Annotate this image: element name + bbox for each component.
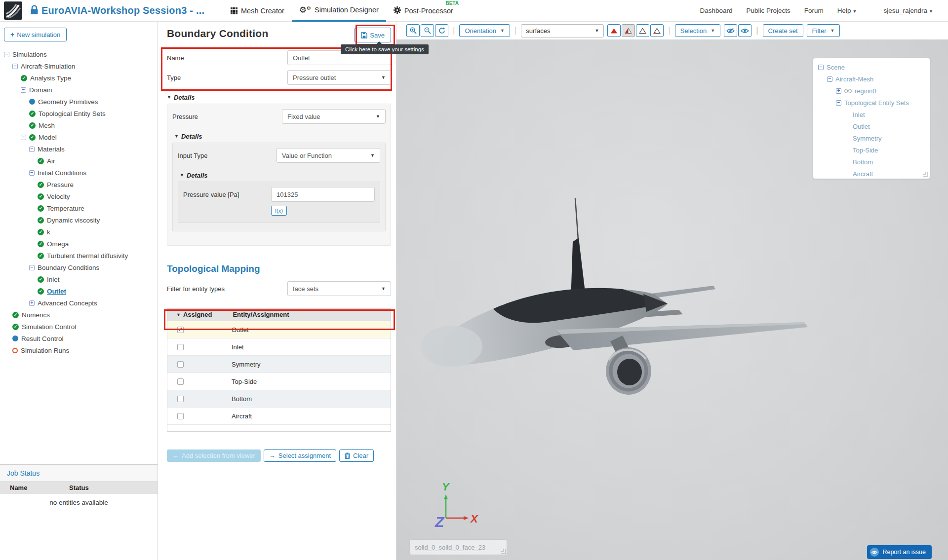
surface-solid-button[interactable] xyxy=(607,24,621,37)
minus-icon[interactable]: − xyxy=(4,52,9,57)
minus-icon[interactable]: − xyxy=(818,65,824,70)
tree-item[interactable]: ✓ Omega xyxy=(0,238,158,250)
tree-item[interactable]: ✓ Velocity xyxy=(0,190,158,202)
tree-item[interactable]: ✓ Turbulent thermal diffusivity xyxy=(0,250,158,261)
tree-item[interactable]: −✓ Model xyxy=(0,131,158,143)
minus-icon[interactable]: − xyxy=(29,170,35,176)
scene-tree-item[interactable]: Top-Side xyxy=(813,144,930,156)
scene-tree-item[interactable]: Outlet xyxy=(813,120,930,132)
tree-item[interactable]: ✓ Air xyxy=(0,155,158,167)
details-header-1[interactable]: ▼Details xyxy=(167,93,396,102)
assigned-checkbox[interactable] xyxy=(177,344,184,350)
scene-tree-item[interactable]: Aircraft xyxy=(813,168,930,179)
orientation-button[interactable]: Orientation▼ xyxy=(459,24,510,37)
table-row[interactable]: Symmetry xyxy=(167,356,391,373)
nav-forum[interactable]: Forum xyxy=(804,7,824,14)
create-set-button[interactable]: Create set xyxy=(763,24,803,37)
entity-filter-select[interactable]: face sets▼ xyxy=(287,281,391,296)
details-header-2[interactable]: ▼Details xyxy=(174,132,386,141)
assigned-checkbox[interactable] xyxy=(177,413,184,419)
tree-item[interactable]: − Initial Conditions xyxy=(0,167,158,179)
table-row[interactable]: Bottom xyxy=(167,390,391,408)
hide-selected-button[interactable] xyxy=(724,24,737,37)
tree-item[interactable]: Result Control xyxy=(0,333,158,344)
render-mode-select[interactable]: surfaces▼ xyxy=(521,24,604,37)
tree-item[interactable]: Geometry Primitives xyxy=(0,96,158,108)
tab-post-processor[interactable]: Post-Processor BETA xyxy=(386,0,461,22)
plus-icon[interactable]: + xyxy=(29,300,35,306)
pressure-select[interactable]: Fixed value▼ xyxy=(282,109,386,124)
report-issue-button[interactable]: Report an issue xyxy=(867,545,932,559)
minus-icon[interactable]: − xyxy=(29,147,35,152)
table-row[interactable]: Top-Side xyxy=(167,373,391,390)
details-header-3[interactable]: ▼Details xyxy=(180,171,380,180)
nav-dashboard[interactable]: Dashboard xyxy=(700,7,732,14)
tree-item[interactable]: − Materials xyxy=(0,143,158,155)
tree-item[interactable]: Simulation Runs xyxy=(0,344,158,356)
tree-item[interactable]: ✓ Temperature xyxy=(0,202,158,214)
sort-triangle-icon[interactable]: ▼ xyxy=(176,312,181,317)
minus-icon[interactable]: − xyxy=(21,135,26,140)
filter-button[interactable]: Filter▼ xyxy=(807,24,840,37)
refresh-view-button[interactable] xyxy=(435,24,448,37)
nav-public-projects[interactable]: Public Projects xyxy=(747,7,790,14)
tree-item[interactable]: ✓ Mesh xyxy=(0,119,158,131)
tab-mesh-creator[interactable]: Mesh Creator xyxy=(223,0,292,22)
tree-item[interactable]: ✓ Topological Entity Sets xyxy=(0,108,158,119)
resize-handle[interactable] xyxy=(501,549,506,554)
table-row[interactable]: Inlet xyxy=(167,338,391,356)
tree-item[interactable]: ✓ Pressure xyxy=(0,179,158,190)
zoom-out-button[interactable] xyxy=(421,24,434,37)
resize-handle[interactable] xyxy=(923,172,928,177)
assigned-checkbox[interactable] xyxy=(177,396,184,402)
scene-tree-item[interactable]: − Topological Entity Sets xyxy=(813,97,930,109)
minus-icon[interactable]: − xyxy=(29,265,35,270)
viewer-canvas[interactable]: − Scene − Aircraft-Mesh + region0 − xyxy=(396,39,948,560)
picked-face-input[interactable] xyxy=(409,539,507,555)
scene-tree-item[interactable]: Bottom xyxy=(813,156,930,168)
tree-item[interactable]: + Advanced Concepts xyxy=(0,297,158,309)
fx-function-button[interactable]: f(x) xyxy=(271,206,287,216)
wireframe-button[interactable] xyxy=(636,24,649,37)
add-selection-button[interactable]: ←Add selection from viewer xyxy=(167,449,261,462)
tree-item[interactable]: − Domain xyxy=(0,84,158,96)
minus-icon[interactable]: − xyxy=(836,100,841,106)
minus-icon[interactable]: − xyxy=(21,87,26,93)
app-logo[interactable] xyxy=(4,1,22,20)
user-menu[interactable]: sjesu_rajendra▼ xyxy=(884,7,933,14)
tab-simulation-designer[interactable]: ⚙⚙ Simulation Designer xyxy=(292,0,386,22)
picked-face-field[interactable] xyxy=(409,539,507,555)
clear-button[interactable]: Clear xyxy=(339,449,374,462)
tree-item[interactable]: − Aircraft-Simulation xyxy=(0,60,158,72)
selection-button[interactable]: Selection▼ xyxy=(675,24,720,37)
scene-tree-item[interactable]: Inlet xyxy=(813,109,930,120)
table-row[interactable]: Outlet xyxy=(167,321,391,338)
tree-item[interactable]: ✓ Simulation Control xyxy=(0,321,158,333)
select-assignment-button[interactable]: →Select assignment xyxy=(264,449,336,462)
save-button[interactable]: Save xyxy=(355,28,391,42)
scene-tree-item[interactable]: Symmetry xyxy=(813,132,930,144)
input-type-select[interactable]: Value or Function▼ xyxy=(276,148,380,163)
nav-help[interactable]: Help▼ xyxy=(837,7,857,14)
scene-tree-item[interactable]: + region0 xyxy=(813,85,930,97)
scene-tree-item[interactable]: − Aircraft-Mesh xyxy=(813,73,930,85)
new-simulation-button[interactable]: + New simulation xyxy=(4,28,67,41)
tree-item[interactable]: ✓ k xyxy=(0,226,158,238)
assigned-checkbox[interactable] xyxy=(177,378,184,385)
tree-item[interactable]: − Simulations xyxy=(0,48,158,60)
tree-item[interactable]: ✓ Outlet xyxy=(0,285,158,297)
tree-item[interactable]: ✓ Dynamic viscosity xyxy=(0,214,158,226)
type-select[interactable]: Pressure outlet▼ xyxy=(287,70,391,85)
tree-item[interactable]: − Boundary Conditions xyxy=(0,261,158,273)
plus-icon[interactable]: + xyxy=(836,88,841,94)
points-button[interactable] xyxy=(650,24,664,37)
pressure-value-input[interactable] xyxy=(271,187,375,202)
assigned-checkbox[interactable] xyxy=(177,327,184,333)
minus-icon[interactable]: − xyxy=(12,64,18,69)
tree-item[interactable]: ✓ Inlet xyxy=(0,273,158,285)
table-row[interactable]: Aircraft xyxy=(167,408,391,425)
show-all-button[interactable] xyxy=(738,24,751,37)
assigned-checkbox[interactable] xyxy=(177,361,184,368)
tree-item[interactable]: ✓ Numerics xyxy=(0,309,158,321)
surface-mesh-button[interactable] xyxy=(622,24,635,37)
